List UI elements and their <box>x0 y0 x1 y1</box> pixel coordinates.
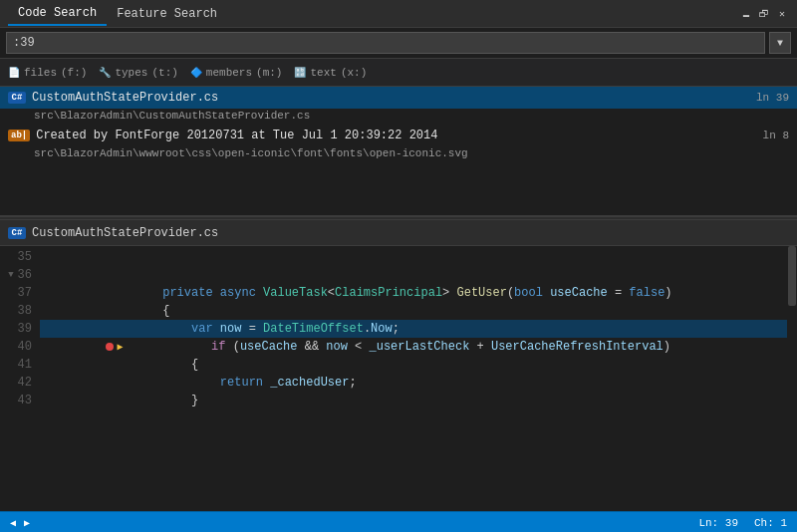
files-icon: 📄 <box>8 67 20 79</box>
tab-feature-search[interactable]: Feature Search <box>107 3 227 25</box>
line-numbers: 35 ▼36 37 38 39 40 41 42 43 <box>0 246 40 511</box>
result-linenum-1: ln 39 <box>756 92 789 104</box>
filter-tab-text-key: (x:) <box>341 67 367 79</box>
status-bar: ◀ ▶ Ln: 39 Ch: 1 <box>0 511 797 532</box>
nav-back-button[interactable]: ◀ <box>10 517 16 529</box>
filter-tab-files[interactable]: 📄 files (f:) <box>8 67 87 79</box>
result-badge-2: ab| <box>8 130 30 141</box>
types-icon: 🔧 <box>99 67 111 79</box>
restore-button[interactable]: 🗗 <box>757 7 771 21</box>
filter-tab-members-label: members <box>206 67 252 79</box>
result-item-2[interactable]: ab| Created by FontForge 20120731 at Tue… <box>0 125 797 162</box>
code-line-35 <box>40 248 797 266</box>
code-lines: private async ValueTask<ClaimsPrincipal>… <box>40 246 797 511</box>
line-num-41: 41 <box>0 356 32 374</box>
result-header-2[interactable]: ab| Created by FontForge 20120731 at Tue… <box>0 125 797 146</box>
code-panel-badge: C# <box>8 227 26 239</box>
minimize-button[interactable]: 🗕 <box>739 7 753 21</box>
filter-tab-files-key: (f:) <box>61 67 87 79</box>
code-content: 35 ▼36 37 38 39 40 41 42 43 private asyn… <box>0 246 797 511</box>
search-input[interactable] <box>13 36 758 50</box>
result-item-1[interactable]: C# CustomAuthStateProvider.cs ln 39 src\… <box>0 87 797 125</box>
result-header-1[interactable]: C# CustomAuthStateProvider.cs ln 39 <box>0 87 797 109</box>
result-linenum-2: ln 8 <box>763 130 789 141</box>
title-bar: Code Search Feature Search 🗕 🗗 ✕ <box>0 0 797 28</box>
result-path-1: src\BlazorAdmin\CustomAuthStateProvider.… <box>0 109 797 125</box>
code-line-36: private async ValueTask<ClaimsPrincipal>… <box>40 266 797 284</box>
filter-tab-types-key: (t:) <box>151 67 177 79</box>
filter-tab-members[interactable]: 🔷 members (m:) <box>190 67 283 79</box>
result-filename-2: Created by FontForge 20120731 at Tue Jul… <box>36 129 756 142</box>
scrollbar-thumb[interactable] <box>788 246 796 306</box>
result-path-2: src\BlazorAdmin\wwwroot\css\open-iconic\… <box>0 146 797 162</box>
code-panel-header: C# CustomAuthStateProvider.cs <box>0 220 797 246</box>
line-num-36: ▼36 <box>0 266 32 284</box>
line-num-35: 35 <box>0 248 32 266</box>
code-panel: C# CustomAuthStateProvider.cs 35 ▼36 37 … <box>0 220 797 511</box>
filter-tab-members-key: (m:) <box>256 67 282 79</box>
status-ln: Ln: 39 <box>698 517 738 529</box>
window-controls: 🗕 🗗 ✕ <box>739 7 789 21</box>
close-button[interactable]: ✕ <box>775 7 789 21</box>
text-icon: 🔡 <box>294 67 306 79</box>
nav-forward-button[interactable]: ▶ <box>24 517 30 529</box>
result-filename-1: CustomAuthStateProvider.cs <box>32 91 750 105</box>
code-panel-title: CustomAuthStateProvider.cs <box>32 226 218 240</box>
search-dropdown-button[interactable]: ▼ <box>769 32 791 54</box>
line-num-43: 43 <box>0 392 32 409</box>
filter-tab-text[interactable]: 🔡 text (x:) <box>294 67 367 79</box>
search-input-wrapper[interactable] <box>6 32 765 54</box>
line-num-37: 37 <box>0 284 32 302</box>
status-ch: Ch: 1 <box>754 517 787 529</box>
filter-tabs: 📄 files (f:) 🔧 types (t:) 🔷 members (m:)… <box>0 59 797 87</box>
filter-tab-text-label: text <box>310 67 336 79</box>
line-num-40: 40 <box>0 338 32 356</box>
line-num-38: 38 <box>0 302 32 320</box>
filter-tab-types[interactable]: 🔧 types (t:) <box>99 67 177 79</box>
filter-tab-files-label: files <box>24 67 57 79</box>
search-bar: ▼ <box>0 28 797 59</box>
line-num-39: 39 <box>0 320 32 338</box>
result-badge-1: C# <box>8 92 26 104</box>
scrollbar-vertical[interactable] <box>787 246 797 511</box>
results-list: C# CustomAuthStateProvider.cs ln 39 src\… <box>0 87 797 216</box>
status-left: ◀ ▶ <box>10 517 30 529</box>
filter-tab-types-label: types <box>115 67 147 79</box>
members-icon: 🔷 <box>190 67 202 79</box>
tab-code-search[interactable]: Code Search <box>8 2 107 26</box>
line-num-42: 42 <box>0 374 32 392</box>
